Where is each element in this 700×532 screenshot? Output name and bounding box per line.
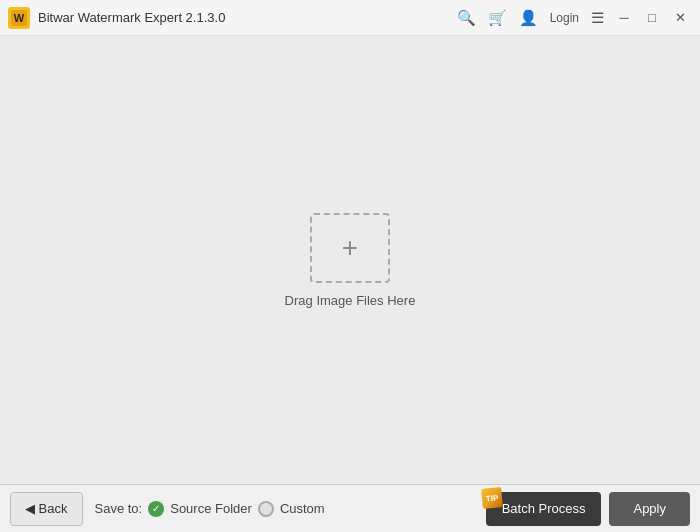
drop-zone[interactable]: + bbox=[310, 213, 390, 283]
bottom-bar: ◀ Back Save to: Source Folder Custom TIP… bbox=[0, 484, 700, 532]
maximize-button[interactable]: □ bbox=[640, 6, 664, 30]
batch-process-label: Batch Process bbox=[502, 501, 586, 516]
cart-icon[interactable]: 🛒 bbox=[488, 9, 507, 27]
minimize-button[interactable]: ─ bbox=[612, 6, 636, 30]
search-icon[interactable]: 🔍 bbox=[457, 9, 476, 27]
svg-text:W: W bbox=[14, 12, 25, 24]
batch-process-button[interactable]: TIP Batch Process bbox=[486, 492, 602, 526]
user-icon[interactable]: 👤 bbox=[519, 9, 538, 27]
apply-button[interactable]: Apply bbox=[609, 492, 690, 526]
back-button[interactable]: ◀ Back bbox=[10, 492, 83, 526]
title-bar-actions: 🔍 🛒 👤 Login ☰ bbox=[457, 9, 604, 27]
tip-badge: TIP bbox=[481, 487, 503, 509]
save-to-section: Save to: Source Folder Custom bbox=[95, 501, 325, 517]
app-title: Bitwar Watermark Expert 2.1.3.0 bbox=[38, 10, 457, 25]
save-to-label: Save to: bbox=[95, 501, 143, 516]
source-folder-label: Source Folder bbox=[170, 501, 252, 516]
custom-label: Custom bbox=[280, 501, 325, 516]
title-bar: W Bitwar Watermark Expert 2.1.3.0 🔍 🛒 👤 … bbox=[0, 0, 700, 36]
menu-icon[interactable]: ☰ bbox=[591, 9, 604, 27]
source-folder-checkbox[interactable] bbox=[148, 501, 164, 517]
drop-zone-label: Drag Image Files Here bbox=[285, 293, 416, 308]
main-content: + Drag Image Files Here bbox=[0, 36, 700, 484]
custom-radio[interactable] bbox=[258, 501, 274, 517]
close-button[interactable]: ✕ bbox=[668, 6, 692, 30]
app-logo: W bbox=[8, 7, 30, 29]
login-button[interactable]: Login bbox=[550, 11, 579, 25]
drop-zone-plus-icon: + bbox=[342, 234, 358, 262]
window-controls: ─ □ ✕ bbox=[612, 6, 692, 30]
